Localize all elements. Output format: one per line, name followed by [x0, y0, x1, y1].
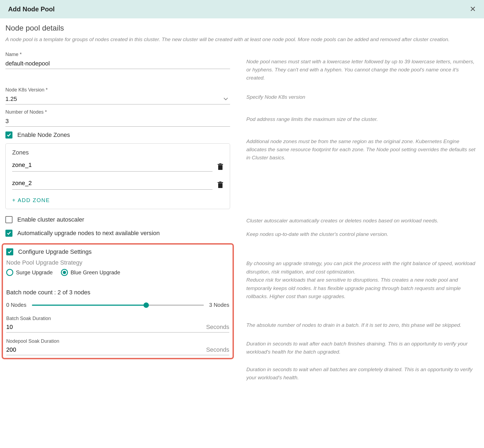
- enable-zones-checkbox[interactable]: [5, 131, 12, 139]
- name-label: Name *: [5, 52, 230, 57]
- check-icon: [6, 133, 11, 137]
- auto-upgrade-help: Keep nodes up-to-date with the cluster's…: [246, 230, 479, 238]
- batch-help: The absolute number of nodes to drain in…: [246, 321, 479, 329]
- slider-thumb[interactable]: [143, 302, 149, 308]
- batch-soak-label: Batch Soak Duration: [6, 316, 229, 321]
- delete-zone-button[interactable]: [217, 163, 223, 172]
- batch-count-title: Batch node count : 2 of 3 nodes: [6, 289, 229, 296]
- svg-rect-3: [218, 183, 223, 188]
- num-nodes-label: Number of Nodes *: [5, 109, 230, 115]
- zone-input[interactable]: [12, 177, 212, 190]
- k8s-version-help: Specify Node K8s version: [246, 93, 479, 101]
- upgrade-strategy-label: Node Pool Upgrade Strategy: [6, 259, 229, 266]
- section-title: Node pool details: [5, 24, 479, 32]
- radio-icon: [6, 269, 13, 276]
- zone-input[interactable]: [12, 159, 212, 172]
- enable-zones-label: Enable Node Zones: [17, 131, 70, 139]
- slider-min-label: 0 Nodes: [6, 302, 27, 308]
- batch-soak-input[interactable]: [6, 324, 203, 331]
- num-nodes-help: Pod address range limits the maximum siz…: [246, 115, 479, 123]
- seconds-unit: Seconds: [206, 324, 229, 331]
- dialog-title: Add Node Pool: [8, 5, 55, 13]
- blue-green-upgrade-radio[interactable]: Blue Green Upgrade: [61, 269, 120, 276]
- upgrade-help-1: By choosing an upgrade strategy, you can…: [246, 259, 479, 276]
- auto-upgrade-checkbox[interactable]: [5, 230, 12, 237]
- surge-upgrade-label: Surge Upgrade: [16, 269, 53, 276]
- autoscaler-help: Cluster autoscaler automatically creates…: [246, 217, 479, 225]
- configure-upgrade-checkbox[interactable]: [6, 248, 13, 255]
- enable-autoscaler-checkbox[interactable]: [5, 216, 12, 223]
- close-button[interactable]: ✕: [470, 5, 476, 13]
- pool-soak-label: Nodepool Soak Duration: [6, 338, 229, 344]
- radio-icon: [61, 269, 68, 276]
- enable-autoscaler-label: Enable cluster autoscaler: [17, 216, 84, 223]
- trash-icon: [217, 182, 223, 189]
- blue-green-upgrade-label: Blue Green Upgrade: [71, 269, 120, 276]
- surge-upgrade-radio[interactable]: Surge Upgrade: [6, 269, 53, 276]
- trash-icon: [217, 163, 223, 170]
- slider-fill: [32, 305, 146, 306]
- svg-rect-5: [219, 182, 221, 182]
- zones-card-title: Zones: [12, 149, 223, 156]
- svg-rect-0: [218, 165, 223, 170]
- zone-row: [12, 177, 223, 190]
- svg-rect-2: [219, 163, 221, 164]
- check-icon: [6, 231, 11, 236]
- seconds-unit: Seconds: [206, 346, 229, 353]
- dialog-header: Add Node Pool ✕: [0, 0, 484, 18]
- pool-soak-help: Duration in seconds to wait when all bat…: [246, 365, 479, 382]
- close-icon: ✕: [470, 5, 476, 13]
- name-input[interactable]: [5, 58, 230, 69]
- name-help: Node pool names must start with a lowerc…: [246, 58, 479, 82]
- zone-row: [12, 159, 223, 172]
- auto-upgrade-label: Automatically upgrade nodes to next avai…: [17, 230, 160, 237]
- add-zone-button[interactable]: + ADD ZONE: [12, 197, 50, 203]
- batch-count-slider[interactable]: [32, 305, 204, 306]
- section-description: A node pool is a template for groups of …: [5, 36, 479, 44]
- upgrade-settings-highlight: Configure Upgrade Settings Node Pool Upg…: [2, 243, 234, 359]
- batch-soak-help: Duration in seconds to wait after each b…: [246, 340, 479, 356]
- upgrade-help-2: Reduce risk for workloads that are sensi…: [246, 276, 479, 301]
- delete-zone-button[interactable]: [217, 182, 223, 190]
- num-nodes-input[interactable]: [5, 116, 230, 127]
- slider-max-label: 3 Nodes: [209, 302, 230, 308]
- k8s-version-label: Node K8s Version *: [5, 87, 230, 93]
- zones-card: Zones: [5, 143, 230, 209]
- zones-help: Additional node zones must be from the s…: [246, 137, 479, 162]
- k8s-version-select[interactable]: [5, 94, 230, 104]
- check-icon: [7, 249, 12, 254]
- configure-upgrade-label: Configure Upgrade Settings: [18, 248, 92, 255]
- pool-soak-input[interactable]: [6, 346, 203, 353]
